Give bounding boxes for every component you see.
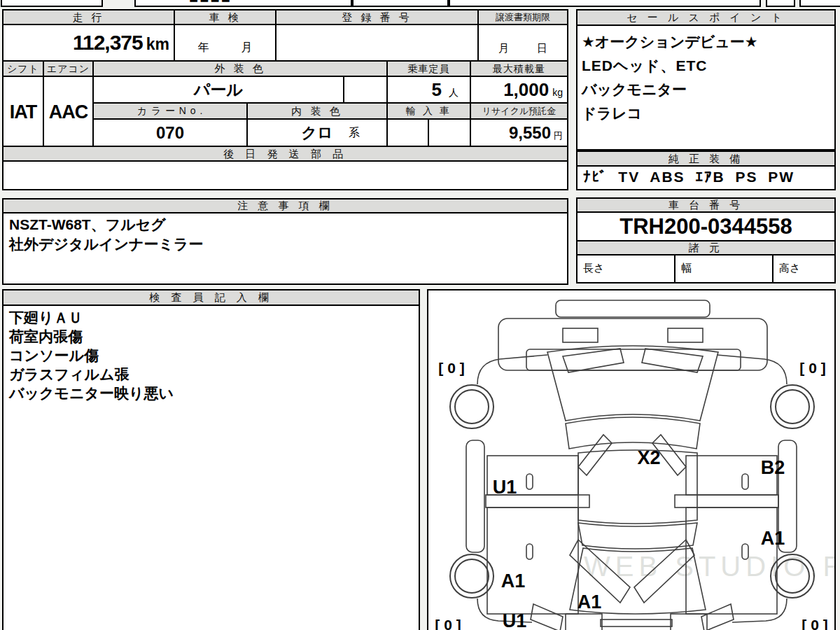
max-load-value: 1,000kg bbox=[471, 77, 567, 104]
aircon-value: AAC bbox=[44, 77, 94, 147]
quarter-slant-left bbox=[531, 604, 563, 630]
interior-color-value: クロ 系 bbox=[248, 120, 388, 147]
sales-points-box: セ ー ル ス ポ イ ン ト ★オークションデビュー★ LEDヘッド、ETC … bbox=[576, 9, 836, 150]
spec-width-cell: 幅 bbox=[676, 255, 774, 282]
genuine-equipment-header: 純 正 装 備 bbox=[578, 152, 834, 167]
front-panel-rect-right bbox=[668, 328, 703, 342]
capacity-header: 乗車定員 bbox=[388, 62, 471, 77]
genuine-equipment-box: 純 正 装 備 ﾅﾋﾞ TV ABS ｴｱB PS PW bbox=[576, 150, 836, 190]
corner-zero-label: [ 0 ] bbox=[435, 617, 461, 630]
later-parts-value bbox=[4, 162, 567, 189]
corner-zero-label: [ 0 ] bbox=[802, 617, 827, 630]
pillar-slant-upper-left bbox=[578, 435, 612, 475]
wiper-left bbox=[563, 349, 624, 372]
shift-header: シフト bbox=[4, 62, 44, 77]
max-load-header: 最大積載量 bbox=[471, 62, 567, 77]
rear-band bbox=[578, 523, 697, 549]
genuine-equipment-value: ﾅﾋﾞ TV ABS ｴｱB PS PW bbox=[578, 167, 840, 189]
cowl-band bbox=[566, 417, 700, 449]
color-no-value: 070 bbox=[94, 120, 248, 147]
damage-mark: X2 bbox=[637, 447, 660, 468]
sales-point-line: ★オークションデビュー★ bbox=[582, 30, 830, 54]
wiper-right bbox=[642, 349, 703, 372]
interior-color-header: 内 装 色 bbox=[248, 104, 388, 120]
imported-sub-cell bbox=[429, 120, 471, 147]
damage-mark: U1 bbox=[493, 477, 517, 498]
fender-curve-front-left bbox=[477, 355, 547, 384]
side-band-right bbox=[675, 495, 778, 507]
inspector-box: 検 査 員 記 入 欄 下廻りＡＵ 荷室内張傷 コンソール傷 ガラスフィルム張 … bbox=[2, 289, 420, 630]
inspector-line: ガラスフィルム張 bbox=[9, 365, 413, 384]
inspector-line: コンソール傷 bbox=[9, 346, 413, 365]
shaken-year: 年 bbox=[198, 41, 209, 55]
note-line: 社外デジタルインナーミラー bbox=[9, 234, 561, 254]
registration-header: 登 録 番 号 bbox=[276, 10, 479, 25]
shaken-month: 月 bbox=[241, 41, 253, 55]
imported-sub-cell bbox=[388, 120, 429, 147]
color-no-header: カ ラ ー N o . bbox=[94, 104, 248, 120]
inspector-content: 下廻りＡＵ 荷室内張傷 コンソール傷 ガラスフィルム張 バックモニター映り悪い bbox=[4, 306, 419, 402]
top-strip-cell bbox=[352, 0, 449, 7]
exterior-color-value: パール bbox=[94, 77, 344, 104]
max-load-unit: kg bbox=[552, 87, 563, 98]
max-load-number: 1,000 bbox=[503, 79, 549, 100]
spec-height-cell: 高さ bbox=[774, 255, 834, 282]
damage-mark: B2 bbox=[761, 457, 785, 478]
top-strip-cell bbox=[766, 0, 795, 7]
wheel-front-right bbox=[771, 385, 814, 428]
vehicle-top-view-diagram: WEB STUDIO.RU bbox=[428, 290, 834, 630]
top-strip-cell bbox=[1, 0, 103, 7]
top-strip-cell bbox=[449, 0, 761, 7]
registration-value bbox=[276, 25, 479, 62]
mileage-unit: km bbox=[146, 35, 169, 53]
sales-point-line: LEDヘッド、ETC bbox=[582, 54, 830, 78]
inspector-line: 下廻りＡＵ bbox=[9, 308, 413, 327]
chassis-header: 車 台 番 号 bbox=[578, 199, 834, 213]
fender-curve-rear-right bbox=[732, 598, 787, 622]
windshield bbox=[547, 346, 718, 421]
wheel-front-left bbox=[450, 385, 493, 428]
top-strip-cell bbox=[799, 0, 840, 7]
shift-value: IAT bbox=[4, 77, 44, 147]
mileage-number: 112,375 bbox=[73, 31, 143, 54]
quarter-slant-right bbox=[701, 604, 734, 630]
mileage-value: 112,375km bbox=[4, 25, 175, 62]
vehicle-info-table: 走 行 車 検 登 録 番 号 譲渡書類期限 112,375km 年 月 月 日… bbox=[2, 9, 568, 190]
damage-diagram-box: WEB STUDIO.RU bbox=[427, 289, 836, 630]
transfer-docs-header: 譲渡書類期限 bbox=[479, 10, 567, 25]
top-strip-cell: ■■■■ bbox=[134, 0, 352, 7]
transfer-month: 月 bbox=[498, 42, 509, 55]
spec-length-cell: 長さ bbox=[578, 255, 676, 282]
inspector-line: バックモニター映り悪い bbox=[9, 384, 413, 402]
recycle-unit: 円 bbox=[554, 130, 563, 141]
transfer-docs-value: 月 日 bbox=[479, 25, 567, 62]
notes-header: 注 意 事 項 欄 bbox=[4, 200, 567, 214]
recycle-number: 9,550 bbox=[509, 123, 551, 142]
specs-header: 諸 元 bbox=[578, 241, 834, 255]
rear-light-left bbox=[566, 614, 602, 630]
damage-mark: A1 bbox=[761, 528, 785, 549]
sales-point-line: バックモニター bbox=[582, 78, 830, 102]
rocker-left bbox=[466, 440, 484, 552]
interior-color-suffix: 系 bbox=[349, 120, 360, 146]
aircon-header: エアコン bbox=[44, 62, 94, 77]
capacity-value: 5人 bbox=[388, 77, 471, 104]
tick-oval bbox=[742, 474, 748, 489]
capacity-unit: 人 bbox=[449, 87, 458, 98]
interior-color-name: クロ bbox=[248, 120, 386, 146]
damage-mark: U1 bbox=[503, 610, 527, 630]
shaken-value: 年 月 bbox=[175, 25, 276, 62]
chassis-value: TRH200-0344558 bbox=[578, 213, 834, 241]
inspector-header: 検 査 員 記 入 欄 bbox=[4, 290, 419, 306]
shaken-header: 車 検 bbox=[175, 10, 276, 25]
sales-points-content: ★オークションデビュー★ LEDヘッド、ETC バックモニター ドラレコ bbox=[578, 26, 834, 149]
front-inner-band bbox=[526, 349, 741, 370]
front-panel-rect-left bbox=[563, 328, 598, 342]
front-panel bbox=[498, 318, 767, 370]
imported-header: 輸 入 車 bbox=[388, 104, 471, 120]
fender-curve-front-right bbox=[717, 355, 787, 384]
damage-mark: A1 bbox=[501, 570, 526, 592]
chassis-specs-box: 車 台 番 号 TRH200-0344558 諸 元 長さ 幅 高さ bbox=[576, 197, 836, 284]
sales-point-line: ドラレコ bbox=[582, 102, 830, 125]
notes-content: NSZT-W68T、フルセグ 社外デジタルインナーミラー bbox=[4, 214, 567, 284]
